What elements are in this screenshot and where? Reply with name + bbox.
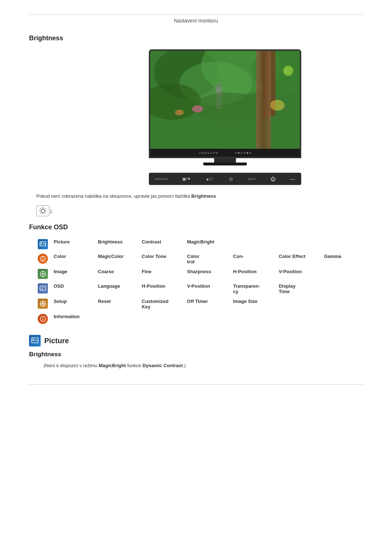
picture-title-row: Picture [29, 335, 363, 346]
ctrl-auto-label: AUTO [248, 177, 256, 181]
monitor-stand [214, 158, 236, 163]
instruction-paren: ). [50, 208, 53, 214]
svg-rect-10 [261, 51, 265, 83]
osd-icon-setup-cell [36, 296, 52, 312]
image-icon [38, 269, 48, 279]
osd-item-vposition1: V-Position [277, 267, 323, 281]
top-rule [29, 15, 363, 15]
brightness-button-icon [36, 205, 49, 216]
osd-item-displaytime: DisplayTime [277, 281, 323, 296]
svg-point-55 [33, 338, 34, 340]
osd-icon-image-cell [36, 267, 52, 281]
svg-text:i: i [42, 317, 44, 321]
svg-point-33 [42, 273, 44, 275]
osd-icon-osd-cell [36, 281, 52, 296]
note-bold2: Dynamic Contrast [142, 363, 183, 368]
page-title: Nastavení monitoru [29, 18, 363, 24]
osd-item-fine: Fine [140, 267, 186, 281]
svg-point-13 [192, 105, 203, 112]
ctrl-menu-label: MENU/IIII [155, 177, 168, 181]
brightness-icon-container: ). [36, 205, 53, 216]
monitor-dot-2 [238, 152, 240, 154]
osd-item-hposition1: H-Position [232, 267, 277, 281]
setup-icon [38, 299, 48, 309]
osd-row-picture: Picture Brightness Contrast MagicBright [36, 237, 363, 251]
osd-table: Picture Brightness Contrast MagicBright [36, 237, 363, 326]
monitor-dots [235, 152, 251, 154]
svg-line-23 [40, 208, 41, 209]
section-brightness-title: Brightness [29, 34, 363, 42]
osd-icon [38, 283, 48, 294]
ctrl-minus: — [290, 176, 295, 182]
monitor-screen [150, 51, 300, 149]
osd-item-vposition2: V-Position [185, 281, 232, 296]
osd-label-image: Image [52, 267, 97, 281]
osd-row-image: Image Coarse Fine Sharpness H-Position V… [36, 267, 363, 281]
osd-icon-information-cell: i [36, 312, 52, 326]
osd-row-information: i Information [36, 312, 363, 326]
svg-rect-47 [45, 303, 46, 304]
osd-label-information: Information [52, 312, 97, 326]
svg-point-15 [270, 100, 285, 111]
monitor-base [203, 163, 247, 165]
note-text: (Není k dispozici v režimu MagicBright f… [29, 362, 363, 370]
picture-section: Picture Brightness (Není k dispozici v r… [29, 335, 363, 370]
osd-item-brightness: Brightness [97, 237, 140, 251]
picture-section-title: Picture [44, 337, 69, 345]
control-bar: MENU/IIII ▣/▼ ▲/◌ ⊙ AUTO ⏻ — [149, 173, 301, 185]
brightness-sub-title: Brightness [29, 351, 363, 358]
osd-item-colortrol: Colortrol [185, 251, 232, 267]
osd-item-colortone: Color Tone [140, 251, 186, 267]
svg-line-26 [40, 213, 41, 214]
svg-rect-45 [42, 305, 43, 307]
osd-label-osd: OSD [52, 281, 97, 296]
svg-point-18 [41, 209, 45, 213]
picture-icon-svg [39, 241, 46, 248]
color-icon [38, 254, 48, 264]
information-icon: i [38, 314, 48, 324]
osd-item-magiccolor: MagicColor [97, 251, 140, 267]
osd-icon-svg [39, 285, 46, 292]
svg-point-17 [284, 66, 293, 75]
ctrl-power: ⏻ [270, 176, 275, 182]
osd-icon-picture-cell [36, 237, 52, 251]
information-icon-svg: i [40, 316, 46, 322]
ctrl-menu: MENU/IIII [155, 177, 168, 181]
monitor-dot-6 [249, 152, 251, 154]
instruction-block: Pokud není zobrazena nabídka na obrazovc… [29, 192, 363, 216]
monitor-dot-1 [235, 152, 237, 154]
color-icon-svg [40, 255, 46, 262]
instruction-text: Pokud není zobrazena nabídka na obrazovc… [33, 192, 363, 200]
osd-row-setup: Setup Reset CustomizedKey Off Timer Imag… [36, 296, 363, 312]
monitor-dot-5 [246, 152, 248, 154]
osd-label-picture: Picture [52, 237, 97, 251]
osd-item-offtimer: Off Timer [185, 296, 232, 312]
svg-point-28 [41, 242, 42, 243]
monitor-dot-3 [241, 152, 242, 154]
image-icon-svg [39, 270, 46, 278]
svg-line-25 [45, 208, 46, 209]
monitor-dot-4 [244, 152, 245, 154]
monitor-image-area: SAMSUNG MENU/IIII ▣/▼ ▲/ [87, 49, 363, 185]
osd-item-magicbright: MagicBright [185, 237, 232, 251]
osd-row-color: Color MagicColor Color Tone Colortrol Co… [36, 251, 363, 267]
osd-item-transparency: Transparen-cy [232, 281, 277, 296]
ctrl-nav2: ▲/◌ [205, 177, 214, 181]
svg-line-24 [45, 213, 46, 214]
svg-point-31 [41, 256, 44, 261]
osd-icon-color-cell [36, 251, 52, 267]
osd-item-gamma: Gamma [323, 251, 363, 267]
osd-item-coloreffect: Color Effect [277, 251, 323, 267]
osd-item-coarse: Coarse [97, 267, 140, 281]
svg-point-12 [194, 93, 266, 122]
osd-item-hposition2: H-Position [140, 281, 186, 296]
svg-point-42 [42, 303, 44, 305]
ctrl-nav1: ▣/▼ [182, 177, 191, 181]
osd-item-language: Language [97, 281, 140, 296]
ctrl-nav3: ⊙ [229, 176, 233, 182]
osd-label-color: Color [52, 251, 97, 267]
osd-item-reset: Reset [97, 296, 140, 312]
bottom-rule [29, 384, 363, 385]
svg-rect-44 [42, 301, 43, 302]
note-bold1: MagicBright [99, 363, 126, 368]
